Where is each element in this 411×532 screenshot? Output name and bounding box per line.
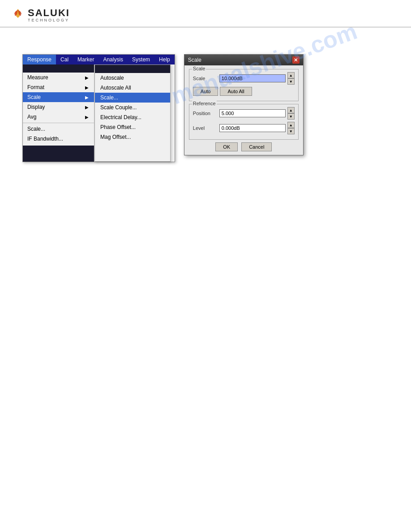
dropdown-item-if-bandwidth[interactable]: IF Bandwidth... xyxy=(23,134,94,144)
arrow-icon: ▶ xyxy=(85,105,89,110)
position-input[interactable] xyxy=(219,109,286,117)
submenu-autoscale-all[interactable]: Autoscale All xyxy=(95,83,170,93)
dropdown-bottom-bar xyxy=(23,146,94,162)
submenu-black-header xyxy=(95,65,170,73)
menu-bar: Response Cal Marker Analysis System Help xyxy=(23,55,175,64)
submenu-autoscale[interactable]: Autoscale xyxy=(95,73,170,83)
screenshot-area: Response Cal Marker Analysis System Help… xyxy=(22,54,389,162)
submenu-scale[interactable]: Scale... xyxy=(95,93,170,103)
menu-window: Response Cal Marker Analysis System Help… xyxy=(22,54,175,162)
position-spinner-down[interactable]: ▼ xyxy=(287,113,295,120)
submenu-scale-couple[interactable]: Scale Couple... xyxy=(95,103,170,112)
header: SALUKI TECHNOLOGY xyxy=(0,0,411,27)
logo-text: SALUKI TECHNOLOGY xyxy=(28,8,70,22)
arrow-icon: ▶ xyxy=(85,75,89,80)
level-spinner-down[interactable]: ▼ xyxy=(287,128,295,134)
dropdown-black-header xyxy=(23,64,94,73)
arrow-icon: ▶ xyxy=(85,115,89,120)
auto-all-button[interactable]: Auto All xyxy=(220,87,252,96)
dropdown-item-avg[interactable]: Avg ▶ xyxy=(23,112,94,122)
logo-container: SALUKI TECHNOLOGY xyxy=(11,8,70,22)
menu-item-system[interactable]: System xyxy=(128,55,154,64)
reference-section-box: Reference Position ▲ ▼ Level ▲ xyxy=(189,104,299,140)
scale-field-label: Scale xyxy=(193,76,218,81)
dialog-close-button[interactable]: ✕ xyxy=(292,56,300,64)
dialog-titlebar: Scale ✕ xyxy=(184,55,303,65)
menu-item-marker[interactable]: Marker xyxy=(73,55,98,64)
position-spinner-up[interactable]: ▲ xyxy=(287,107,295,113)
menu-item-cal[interactable]: Cal xyxy=(56,55,73,64)
position-spinner: ▲ ▼ xyxy=(287,107,295,120)
main-content: Response Cal Marker Analysis System Help… xyxy=(0,27,411,189)
level-label: Level xyxy=(193,125,218,131)
menu-separator xyxy=(23,123,94,123)
dialog-body: Scale Scale ▲ ▼ Auto Auto All xyxy=(184,65,303,155)
dropdown-item-format[interactable]: Format ▶ xyxy=(23,82,94,92)
menu-item-analysis[interactable]: Analysis xyxy=(98,55,128,64)
dialog-button-row: OK Cancel xyxy=(189,142,299,151)
dialog-title: Scale xyxy=(188,57,201,63)
ok-button[interactable]: OK xyxy=(215,142,238,151)
scale-section-box: Scale Scale ▲ ▼ Auto Auto All xyxy=(189,69,299,101)
reference-section-label: Reference xyxy=(192,101,217,106)
level-row: Level ▲ ▼ xyxy=(193,122,295,134)
logo-saluki-text: SALUKI xyxy=(28,8,70,18)
logo-technology-text: TECHNOLOGY xyxy=(28,18,70,22)
dropdown-item-display[interactable]: Display ▶ xyxy=(23,102,94,112)
arrow-icon: ▶ xyxy=(85,95,89,100)
submenu-mag-offset[interactable]: Mag Offset... xyxy=(95,132,170,142)
submenu-right: Autoscale Autoscale All Scale... Scale C… xyxy=(94,64,171,162)
cancel-button[interactable]: Cancel xyxy=(241,142,272,151)
level-spinner-up[interactable]: ▲ xyxy=(287,122,295,128)
position-row: Position ▲ ▼ xyxy=(193,107,295,120)
arrow-icon: ▶ xyxy=(85,85,89,90)
scale-row: Scale ▲ ▼ xyxy=(193,72,295,85)
scale-spinner-up[interactable]: ▲ xyxy=(287,72,295,78)
auto-btn-row: Auto Auto All xyxy=(193,87,295,96)
scale-input[interactable] xyxy=(219,74,286,82)
saluki-logo-icon xyxy=(11,8,25,22)
menu-item-response[interactable]: Response xyxy=(23,55,56,64)
scale-dialog: Scale ✕ Scale Scale ▲ ▼ xyxy=(184,54,304,155)
submenu-electrical-delay[interactable]: Electrical Delay... xyxy=(95,112,170,122)
scale-spinner-down[interactable]: ▼ xyxy=(287,78,295,85)
dropdown-item-scale-dots[interactable]: Scale... xyxy=(23,124,94,134)
dropdown-item-measure[interactable]: Measure ▶ xyxy=(23,73,94,82)
dropdown-item-scale[interactable]: Scale ▶ xyxy=(23,92,94,102)
level-input[interactable] xyxy=(219,124,286,132)
scale-spinner: ▲ ▼ xyxy=(287,72,295,85)
menu-item-help[interactable]: Help xyxy=(154,55,175,64)
level-spinner: ▲ ▼ xyxy=(287,122,295,134)
submenu-phase-offset[interactable]: Phase Offset... xyxy=(95,122,170,132)
position-label: Position xyxy=(193,111,218,116)
scale-section-label: Scale xyxy=(192,66,206,71)
dropdown-left: Measure ▶ Format ▶ Scale ▶ Display ▶ xyxy=(23,64,94,162)
auto-button[interactable]: Auto xyxy=(193,87,218,96)
dropdown-container: Measure ▶ Format ▶ Scale ▶ Display ▶ xyxy=(23,64,175,162)
